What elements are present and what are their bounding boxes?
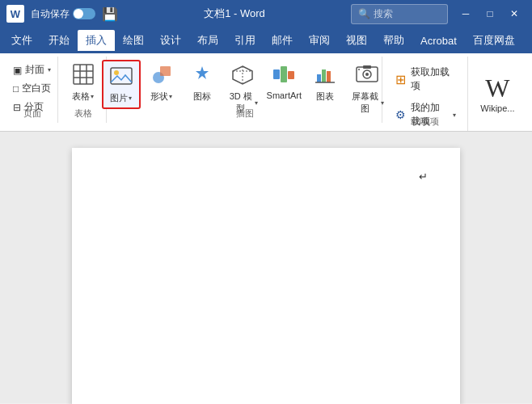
ribbon-group-wikipedia: W Wikipe...: [470, 57, 526, 126]
chart-label: 图表: [316, 90, 334, 103]
svg-point-20: [365, 73, 369, 76]
blank-icon: □: [13, 83, 19, 95]
autosave-label: 自动保存: [31, 7, 70, 21]
pages-group-label: 页面: [6, 107, 57, 120]
cover-page-button[interactable]: ▣ 封面 ▾: [10, 61, 54, 78]
save-icon[interactable]: 💾: [102, 6, 118, 22]
icon-button[interactable]: 图标: [183, 60, 222, 106]
table-button[interactable]: 表格 ▾: [64, 60, 103, 106]
search-label: 搜索: [374, 7, 393, 21]
svg-rect-13: [288, 71, 294, 79]
ribbon-group-pages: ▣ 封面 ▾ □ 空白页 ⊟ 分页 页面: [6, 57, 58, 123]
picture-icon: [109, 65, 133, 90]
menu-help[interactable]: 帮助: [375, 30, 412, 51]
window-controls: ─ □ ✕: [454, 5, 526, 23]
icon-label: 图标: [193, 90, 211, 103]
shape-icon: [150, 63, 173, 89]
menu-baidu[interactable]: 百度网盘: [465, 30, 523, 51]
icons-icon: [191, 63, 213, 89]
autosave-toggle[interactable]: [73, 8, 95, 19]
shape-arrow: ▾: [169, 93, 172, 100]
chart-button[interactable]: 图表: [306, 60, 344, 106]
table-label: 表格: [72, 90, 90, 103]
title-bar: W 自动保存 💾 文档1 - Word 🔍 搜索 ─ □ ✕: [0, 0, 532, 27]
svg-rect-21: [363, 65, 371, 69]
table-icon: [72, 63, 95, 89]
addins-group-label: 加载项: [384, 116, 467, 128]
3d-arrow: ▾: [255, 99, 258, 107]
svg-rect-0: [74, 65, 93, 84]
wikipedia-label: Wikipe...: [480, 103, 514, 113]
word-logo: W: [6, 5, 24, 23]
ribbon-group-addins: ⊞ 获取加载项 ⚙ 我的加载项 ▾ 加载项: [384, 57, 467, 131]
shape-button[interactable]: 形状 ▾: [142, 60, 181, 106]
autosave-section: 自动保存: [31, 7, 95, 21]
menu-draw[interactable]: 绘图: [115, 30, 152, 51]
addins-store-icon: ⊞: [395, 72, 406, 87]
smartart-label: SmartArt: [267, 90, 302, 100]
svg-rect-16: [327, 71, 331, 82]
smartart-button[interactable]: SmartArt: [264, 60, 304, 103]
menu-bar: 文件 开始 插入 绘图 设计 布局 引用 邮件 审阅 视图 帮助 Acrobat…: [0, 27, 532, 53]
get-addins-button[interactable]: ⊞ 获取加载项: [391, 63, 460, 95]
svg-point-6: [114, 70, 119, 75]
ribbon: ▣ 封面 ▾ □ 空白页 ⊟ 分页 页面: [0, 53, 532, 132]
menu-file[interactable]: 文件: [3, 30, 40, 51]
svg-rect-8: [160, 66, 171, 76]
minimize-button[interactable]: ─: [454, 5, 477, 23]
svg-rect-11: [273, 69, 280, 79]
menu-mailings[interactable]: 邮件: [264, 30, 301, 51]
menu-view[interactable]: 视图: [338, 30, 375, 51]
screenshot-icon: [354, 63, 380, 89]
3d-icon: [230, 63, 255, 89]
menu-references[interactable]: 引用: [226, 30, 264, 51]
get-addins-label: 获取加载项: [411, 65, 455, 93]
menu-insert[interactable]: 插入: [78, 30, 115, 51]
svg-rect-5: [111, 68, 132, 84]
search-box[interactable]: 🔍 搜索: [351, 4, 448, 24]
chart-icon: [314, 63, 336, 89]
document-area: ↵: [0, 132, 532, 403]
menu-acrobat[interactable]: Acrobat: [412, 32, 465, 50]
picture-arrow: ▾: [129, 95, 132, 102]
close-button[interactable]: ✕: [503, 5, 526, 23]
menu-layout[interactable]: 布局: [189, 30, 226, 51]
menu-home[interactable]: 开始: [40, 30, 78, 51]
ribbon-group-table: 表格 ▾ 表格: [60, 57, 107, 123]
blank-page-button[interactable]: □ 空白页: [10, 80, 54, 97]
cover-icon: ▣: [13, 65, 22, 76]
svg-rect-12: [281, 66, 287, 82]
svg-rect-14: [317, 74, 321, 82]
search-icon: 🔍: [358, 8, 370, 19]
picture-button[interactable]: 图片 ▾: [102, 60, 141, 109]
table-arrow: ▾: [91, 93, 94, 100]
document-page: ↵: [72, 148, 460, 404]
cursor-mark: ↵: [419, 170, 428, 183]
illustrations-group-label: 插图: [108, 107, 382, 120]
wikipedia-button[interactable]: W Wikipe...: [472, 60, 522, 126]
smartart-icon: [272, 63, 296, 89]
svg-rect-15: [322, 69, 326, 82]
window-title: 文档1 - Word: [125, 6, 344, 21]
ribbon-group-illustrations: 图片 ▾ 形状 ▾: [108, 57, 382, 123]
picture-label: 图片: [110, 92, 128, 104]
shape-label: 形状: [150, 90, 168, 103]
maximize-button[interactable]: □: [479, 5, 501, 23]
menu-design[interactable]: 设计: [152, 30, 189, 51]
wikipedia-icon: W: [485, 74, 509, 103]
menu-review[interactable]: 审阅: [301, 30, 338, 51]
table-group-label: 表格: [60, 107, 106, 120]
cover-arrow: ▾: [48, 66, 51, 74]
